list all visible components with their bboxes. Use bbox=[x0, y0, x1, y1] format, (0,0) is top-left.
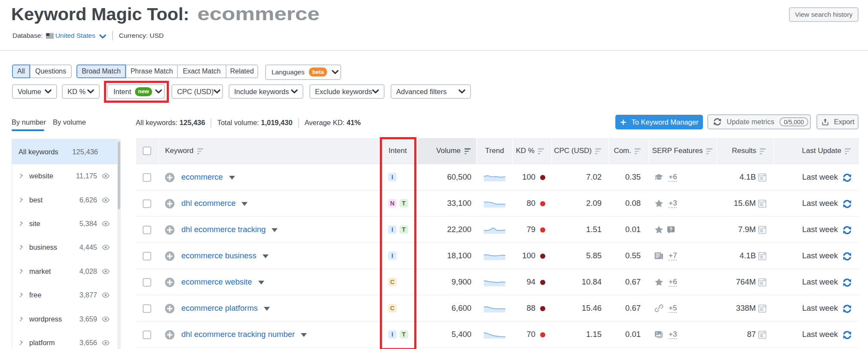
svg-text:?: ? bbox=[669, 226, 672, 232]
